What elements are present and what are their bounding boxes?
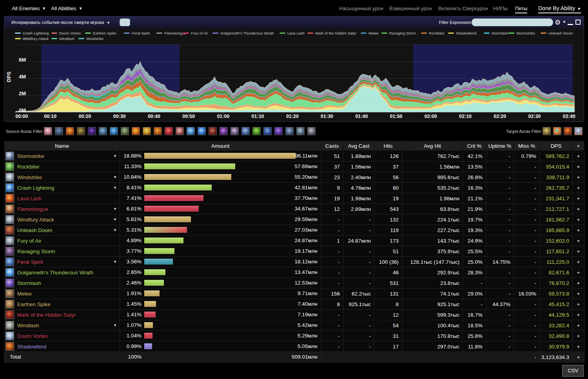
svg-text:00:40: 00:40 [148, 114, 160, 119]
svg-text:01:30: 01:30 [321, 114, 333, 119]
svg-text:02:30: 02:30 [528, 114, 541, 119]
svg-text:6M: 6M [19, 57, 26, 63]
svg-text:01:10: 01:10 [252, 114, 264, 119]
svg-text:02:20: 02:20 [494, 114, 506, 119]
svg-text:4M: 4M [19, 74, 26, 80]
svg-text:00:30: 00:30 [113, 114, 126, 119]
svg-text:02:10: 02:10 [459, 114, 472, 119]
svg-text:02:00: 02:00 [425, 114, 437, 119]
svg-text:2M: 2M [19, 91, 26, 96]
svg-text:00:50: 00:50 [182, 114, 195, 119]
svg-text:02:40: 02:40 [563, 114, 575, 119]
svg-text:01:50: 01:50 [390, 114, 403, 119]
svg-text:01:40: 01:40 [355, 114, 368, 119]
svg-text:DPS: DPS [6, 71, 12, 82]
svg-text:01:20: 01:20 [286, 114, 299, 119]
svg-text:00:20: 00:20 [79, 114, 91, 119]
svg-text:0M: 0M [19, 107, 26, 113]
svg-text:00:10: 00:10 [44, 114, 56, 119]
svg-text:01:00: 01:00 [217, 114, 229, 119]
svg-text:00:00: 00:00 [16, 114, 28, 119]
